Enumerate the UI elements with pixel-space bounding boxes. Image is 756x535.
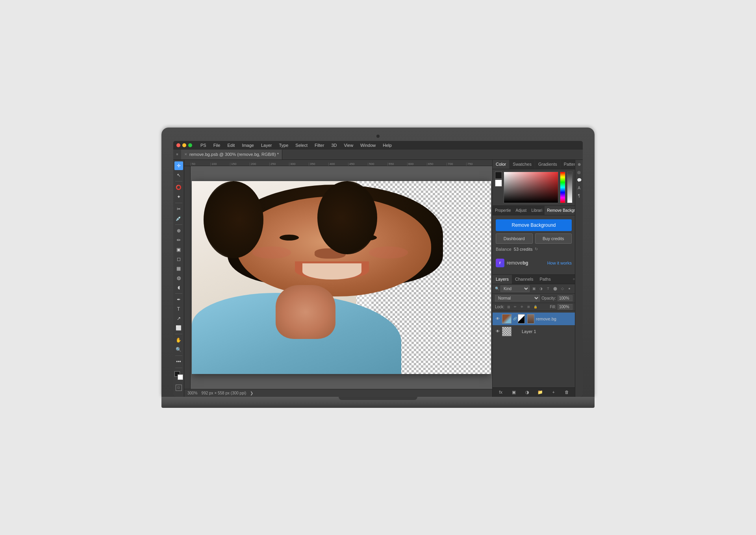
hue-slider[interactable] — [560, 172, 565, 203]
tab-properties[interactable]: Propertie — [493, 206, 513, 215]
remove-background-button[interactable]: Remove Background — [496, 219, 572, 231]
menu-filter[interactable]: Filter — [313, 143, 325, 148]
removebg-logo: r removebg — [496, 259, 528, 267]
alpha-slider[interactable] — [567, 172, 573, 203]
menu-help[interactable]: Help — [382, 143, 393, 148]
background-color[interactable] — [178, 374, 183, 380]
blur-tool[interactable]: ◍ — [174, 274, 183, 282]
tab-close-icon[interactable]: ✕ — [184, 152, 187, 156]
menu-file[interactable]: File — [212, 143, 222, 148]
stamp-tool[interactable]: ▣ — [174, 245, 183, 254]
foreground-swatch[interactable] — [495, 172, 502, 179]
color-gradient-field[interactable] — [504, 172, 558, 203]
lasso-tool[interactable]: ⭕ — [174, 183, 183, 192]
type-filter-icon[interactable]: T — [545, 285, 551, 292]
refresh-credits-icon[interactable]: ↻ — [535, 247, 538, 251]
canvas-viewport[interactable] — [191, 166, 492, 389]
sample-icon[interactable]: ⊕ — [576, 161, 582, 168]
layer-item[interactable]: 👁 Layer 1 — [493, 325, 575, 338]
selection-tool[interactable]: ↖ — [174, 171, 183, 180]
lock-artboard-icon[interactable]: ⊞ — [526, 304, 532, 309]
path-selection-tool[interactable]: ↗ — [174, 314, 183, 323]
panel-toggle[interactable]: ≡ — [173, 149, 181, 159]
layer-visibility-icon[interactable]: 👁 — [495, 329, 500, 334]
crop-tool[interactable]: ✂ — [174, 205, 183, 213]
filter-toggle[interactable]: ● — [566, 285, 573, 292]
tab-paths[interactable]: Paths — [537, 275, 554, 284]
pen-tool[interactable]: ✒ — [174, 295, 183, 304]
menu-select[interactable]: Select — [294, 143, 309, 148]
background-swatch[interactable] — [495, 180, 502, 187]
document-info: 992 px × 558 px (300 ppi) — [202, 391, 246, 395]
lock-brush-icon[interactable]: ✏ — [513, 304, 518, 309]
layer-adjustment-icon[interactable]: ◑ — [524, 389, 531, 396]
adjustment-filter-icon[interactable]: ◑ — [538, 285, 544, 292]
tab-swatches[interactable]: Swatches — [510, 160, 535, 169]
layer-delete-icon[interactable]: 🗑 — [563, 389, 570, 396]
menu-type[interactable]: Type — [278, 143, 290, 148]
text-tool[interactable]: T — [174, 305, 183, 313]
minimize-button[interactable] — [182, 143, 186, 147]
dodge-tool[interactable]: ◖ — [174, 283, 183, 292]
zoom-tool[interactable]: 🔍 — [174, 345, 183, 354]
menu-edit[interactable]: Edit — [226, 143, 236, 148]
tab-gradients[interactable]: Gradients — [535, 160, 561, 169]
baby-hand — [276, 285, 335, 339]
layer-group-icon[interactable]: 📁 — [537, 389, 544, 396]
menu-ps[interactable]: PS — [199, 143, 208, 148]
layer-visibility-icon[interactable]: 👁 — [495, 316, 500, 322]
more-tools[interactable]: ••• — [174, 357, 183, 366]
menu-window[interactable]: Window — [359, 143, 377, 148]
layer-fx-icon[interactable]: fx — [497, 389, 504, 396]
tab-channels[interactable]: Channels — [512, 275, 536, 284]
layer-item[interactable]: 👁 🔗 remove.bg — [493, 313, 575, 325]
hand-tool[interactable]: ✋ — [174, 336, 183, 344]
close-button[interactable] — [176, 143, 180, 147]
blend-mode-select[interactable]: Normal — [495, 295, 540, 302]
tab-patterns[interactable]: Patterns — [561, 160, 575, 169]
fill-input[interactable] — [558, 304, 573, 310]
shape-tool[interactable]: ⬜ — [174, 324, 183, 332]
menu-view[interactable]: View — [343, 143, 354, 148]
how-it-works-link[interactable]: How it works — [547, 261, 572, 265]
layer-add-mask-icon[interactable]: ▣ — [510, 389, 517, 396]
menu-3d[interactable]: 3D — [330, 143, 338, 148]
shape-filter-icon[interactable]: ⬤ — [552, 285, 558, 292]
laptop-screen: PS File Edit Image Layer Type Select Fil… — [173, 141, 583, 397]
smart-filter-icon[interactable]: ◇ — [559, 285, 565, 292]
layer-new-icon[interactable]: + — [550, 389, 557, 396]
dashboard-button[interactable]: Dashboard — [496, 233, 533, 244]
gradient-tool[interactable]: ▦ — [174, 264, 183, 273]
maximize-button[interactable] — [188, 143, 192, 147]
lock-all-icon[interactable]: 🔒 — [533, 304, 538, 309]
tab-libraries[interactable]: Librari — [529, 206, 545, 215]
type-icon[interactable]: A — [576, 185, 582, 191]
eraser-tool[interactable]: ◻ — [174, 255, 183, 263]
tab-layers[interactable]: Layers — [493, 275, 512, 284]
document-tab[interactable]: ✕ remove.bg.psb @ 300% (remove.bg, RGB/8… — [181, 150, 282, 159]
opacity-input[interactable] — [558, 295, 573, 301]
pixel-filter-icon[interactable]: ▣ — [531, 285, 537, 292]
lock-transparent-icon[interactable]: ▥ — [506, 304, 511, 309]
removebg-logo-text: removebg — [507, 260, 528, 266]
quick-mask[interactable]: □ — [175, 384, 183, 392]
brush-preset-icon[interactable]: ◎ — [576, 169, 582, 176]
color-picker[interactable] — [174, 371, 183, 380]
magic-wand-tool[interactable]: ✦ — [174, 193, 183, 201]
tab-adjust[interactable]: Adjust — [513, 206, 529, 215]
move-tool[interactable]: ✛ — [174, 161, 183, 170]
layer-kind-filter[interactable]: Kind — [500, 285, 530, 292]
healing-tool[interactable]: ⊕ — [174, 226, 183, 235]
menu-image[interactable]: Image — [241, 143, 255, 148]
chat-icon[interactable]: 💬 — [576, 177, 582, 183]
tab-color[interactable]: Color — [493, 160, 510, 169]
paragraph-icon[interactable]: ¶ — [576, 193, 582, 199]
eyedropper-tool[interactable]: 💉 — [174, 214, 183, 223]
brush-tool[interactable]: ✏ — [174, 236, 183, 244]
buy-credits-button[interactable]: Buy credits — [535, 233, 572, 244]
menu-layer[interactable]: Layer — [260, 143, 273, 148]
nav-arrow[interactable]: ❯ — [250, 391, 253, 395]
tab-remove-background[interactable]: Remove Background — [545, 206, 575, 215]
layer-filter-row: 🔍 Kind ▣ ◑ T ⬤ ◇ — [493, 284, 575, 294]
lock-move-icon[interactable]: ✛ — [519, 304, 525, 309]
